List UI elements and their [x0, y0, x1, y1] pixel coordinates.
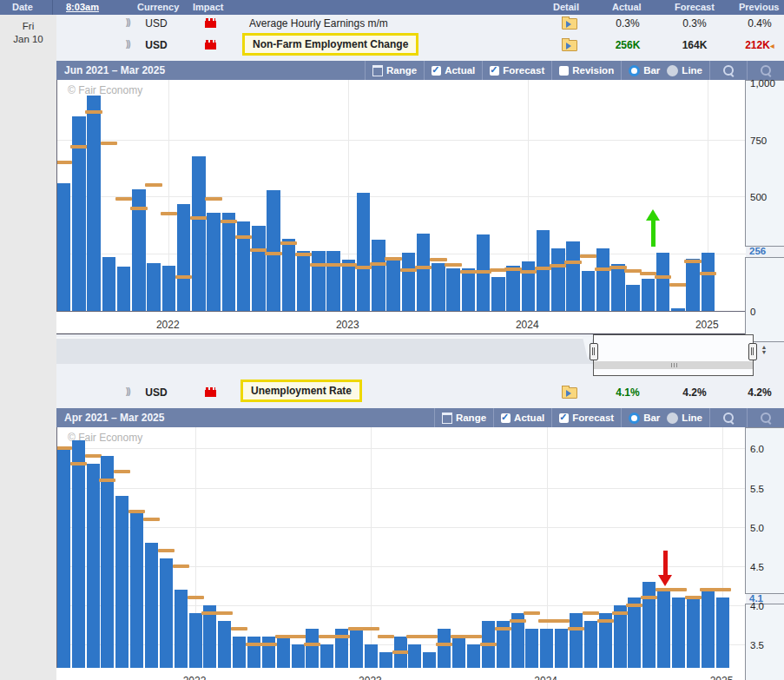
bar[interactable]	[192, 156, 206, 311]
detail-folder-icon[interactable]	[562, 40, 577, 51]
range-button[interactable]: Range	[434, 408, 493, 427]
range-handle-left[interactable]	[590, 343, 598, 360]
event-title-highlighted[interactable]: Unemployment Rate	[240, 380, 362, 402]
bar[interactable]	[101, 456, 114, 668]
bar[interactable]	[177, 204, 191, 311]
bar[interactable]	[626, 285, 640, 311]
bar[interactable]	[551, 248, 565, 311]
radio-selected-icon[interactable]	[629, 413, 640, 424]
bar[interactable]	[267, 190, 280, 311]
bar[interactable]	[522, 261, 536, 311]
bar[interactable]	[160, 558, 173, 668]
bar[interactable]	[642, 279, 656, 311]
revision-checkbox[interactable]: Revision	[551, 61, 621, 80]
radio-selected-icon[interactable]	[629, 65, 640, 76]
forecast-checkbox[interactable]: Forecast	[482, 61, 551, 80]
actual-checkbox[interactable]: Actual	[424, 61, 482, 80]
bar[interactable]	[432, 263, 445, 311]
bar[interactable]	[282, 239, 296, 311]
bar[interactable]	[115, 496, 128, 669]
bar[interactable]	[582, 271, 596, 311]
bar[interactable]	[247, 637, 260, 668]
bar[interactable]	[233, 637, 246, 668]
bar[interactable]	[671, 308, 685, 311]
bar[interactable]	[357, 193, 371, 311]
range-selection-box[interactable]	[593, 334, 754, 376]
bar[interactable]	[657, 590, 670, 668]
bar[interactable]	[491, 277, 505, 312]
range-button[interactable]: Range	[365, 61, 424, 80]
bar[interactable]	[207, 213, 221, 311]
bar[interactable]	[537, 230, 550, 311]
bar[interactable]	[584, 621, 597, 668]
range-spinner[interactable]: ▲▼	[760, 345, 768, 355]
bar[interactable]	[506, 266, 520, 311]
bar[interactable]	[297, 251, 311, 311]
bar[interactable]	[87, 464, 100, 668]
bar[interactable]	[566, 241, 580, 311]
bar[interactable]	[175, 590, 188, 668]
bar[interactable]	[672, 597, 685, 668]
time-link[interactable]: 8:03am	[66, 2, 99, 12]
bar[interactable]	[386, 257, 400, 311]
bar[interactable]	[702, 590, 715, 668]
bar[interactable]	[102, 257, 116, 311]
event-title-highlighted[interactable]: Non-Farm Employment Change	[242, 33, 418, 56]
bar[interactable]	[130, 512, 143, 669]
bar[interactable]	[312, 251, 326, 311]
zoom-out-button[interactable]	[747, 408, 784, 427]
bar[interactable]	[408, 644, 421, 668]
bar[interactable]	[218, 621, 231, 668]
range-scrollbar[interactable]	[594, 361, 753, 369]
bar[interactable]	[446, 268, 460, 311]
bar[interactable]	[656, 253, 670, 311]
radio-unselected-icon[interactable]	[667, 413, 678, 424]
bar[interactable]	[642, 582, 656, 668]
bar[interactable]	[342, 260, 356, 311]
bar[interactable]	[350, 629, 363, 668]
bar[interactable]	[320, 644, 333, 668]
bar[interactable]	[147, 263, 161, 311]
bar[interactable]	[57, 183, 71, 311]
line-option[interactable]: Line	[682, 65, 702, 76]
line-option[interactable]: Line	[682, 413, 702, 423]
bar[interactable]	[702, 253, 715, 311]
bar[interactable]	[189, 613, 202, 668]
radio-unselected-icon[interactable]	[667, 65, 678, 76]
bar[interactable]	[540, 629, 553, 668]
bar[interactable]	[716, 597, 729, 668]
bar[interactable]	[117, 267, 131, 311]
bar[interactable]	[452, 637, 465, 668]
actual-checkbox[interactable]: Actual	[493, 408, 551, 427]
bar[interactable]	[162, 266, 176, 311]
bar-option[interactable]: Bar	[643, 413, 660, 423]
zoom-out-button[interactable]	[747, 61, 784, 80]
bar[interactable]	[372, 240, 385, 311]
bar[interactable]	[262, 637, 275, 668]
bar[interactable]	[555, 629, 568, 668]
bar[interactable]	[525, 629, 538, 668]
bar[interactable]	[686, 259, 700, 311]
bar[interactable]	[467, 644, 480, 668]
bar[interactable]	[438, 629, 451, 668]
detail-folder-icon[interactable]	[562, 387, 577, 399]
bar[interactable]	[628, 597, 641, 668]
bar[interactable]	[596, 248, 610, 311]
impact-icon[interactable]	[205, 21, 216, 28]
bar[interactable]	[306, 629, 319, 668]
bar[interactable]	[417, 234, 431, 311]
bar[interactable]	[72, 440, 85, 668]
impact-icon[interactable]	[205, 43, 216, 50]
detail-folder-icon[interactable]	[562, 18, 577, 30]
bar[interactable]	[57, 448, 70, 668]
bar[interactable]	[145, 543, 158, 668]
bar[interactable]	[365, 644, 378, 668]
bar[interactable]	[379, 652, 392, 668]
bar[interactable]	[570, 613, 583, 668]
bar[interactable]	[292, 644, 305, 668]
bar[interactable]	[687, 597, 700, 668]
bar[interactable]	[423, 652, 436, 668]
forecast-checkbox[interactable]: Forecast	[551, 408, 621, 427]
zoom-in-button[interactable]	[709, 61, 747, 80]
bar[interactable]	[462, 268, 476, 311]
